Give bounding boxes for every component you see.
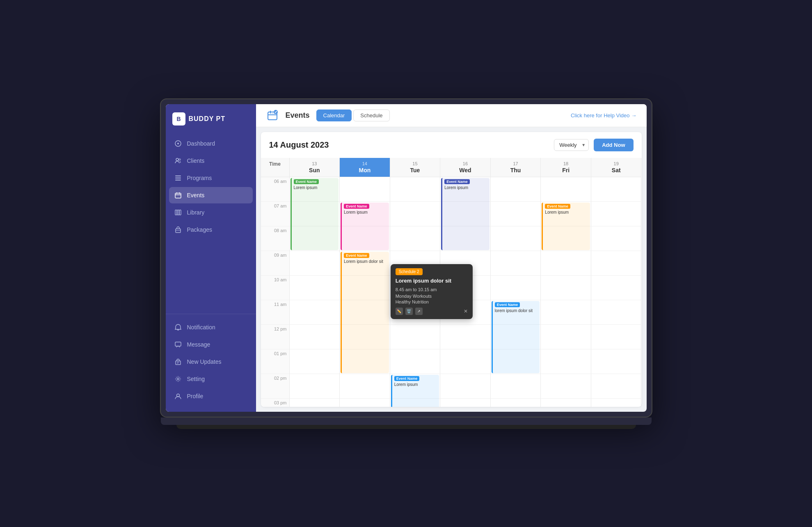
sidebar-item-new-updates[interactable]: New Updates bbox=[169, 354, 253, 370]
time-slot-11am: 11 am bbox=[261, 300, 290, 325]
svg-rect-5 bbox=[175, 178, 181, 178]
new-updates-icon bbox=[174, 358, 182, 366]
app-container: B BUDDY PT Dashboard bbox=[166, 104, 647, 412]
popup-close-icon[interactable]: ✕ bbox=[464, 308, 468, 314]
sidebar-item-notification[interactable]: Notification bbox=[169, 319, 253, 335]
calendar-container: 14 August 2023 Weekly Add Now bbox=[261, 132, 642, 407]
day-name: Fri bbox=[562, 167, 570, 173]
day-number: 13 bbox=[312, 161, 317, 166]
event-e5[interactable]: Event NameLorem ipsum bbox=[391, 375, 439, 407]
svg-rect-12 bbox=[175, 342, 181, 346]
popup-actions: ✏️ 🗑️ ↗ ✕ bbox=[396, 308, 468, 315]
event-e1[interactable]: Event NameLorem ipsum bbox=[290, 178, 339, 250]
event-popup: Schedule 2 Lorem ipsum dolor sit 8.45 am… bbox=[391, 264, 473, 319]
event-e7[interactable]: Event NameLorem ipsum bbox=[542, 203, 590, 250]
day-cell-1-0: Event NameLorem ipsum bbox=[290, 177, 340, 202]
day-cell-5-1 bbox=[491, 202, 541, 226]
day-cell-2-8 bbox=[340, 374, 390, 399]
view-select[interactable]: Weekly bbox=[554, 139, 589, 151]
day-number: 17 bbox=[513, 161, 518, 166]
day-number: 15 bbox=[412, 161, 417, 166]
day-cell-7-5 bbox=[591, 300, 642, 325]
sidebar-label-events: Events bbox=[187, 192, 205, 198]
day-cell-7-2 bbox=[591, 226, 642, 251]
day-cell-5-2 bbox=[491, 226, 541, 251]
day-header-tue: 15Tue bbox=[390, 158, 441, 177]
day-cell-7-3 bbox=[591, 251, 642, 276]
calendar-grid-wrapper[interactable]: Time 13Sun14Mon15Tue16Wed17Thu18Fri19Sat… bbox=[261, 158, 642, 407]
event-e3[interactable]: Event NameLorem ipsum dolor sit Schedule… bbox=[341, 252, 389, 373]
day-cell-7-4 bbox=[591, 276, 642, 300]
programs-icon bbox=[174, 174, 182, 182]
sidebar-item-packages[interactable]: Packages bbox=[169, 221, 253, 238]
edit-icon[interactable]: ✏️ bbox=[396, 308, 403, 315]
sidebar-item-library[interactable]: Library bbox=[169, 204, 253, 221]
day-cell-5-3 bbox=[491, 251, 541, 276]
sidebar-label-profile: Profile bbox=[187, 393, 204, 399]
tab-schedule[interactable]: Schedule bbox=[353, 110, 389, 121]
event-tag-e4: Event Name bbox=[444, 179, 470, 184]
day-cell-6-7 bbox=[541, 349, 591, 374]
svg-rect-6 bbox=[175, 180, 181, 180]
svg-rect-4 bbox=[175, 176, 181, 176]
view-select-wrapper: Weekly bbox=[554, 139, 589, 151]
sidebar-item-programs[interactable]: Programs bbox=[169, 170, 253, 186]
popup-info-2: Healthy Nutrition bbox=[396, 299, 468, 304]
sidebar-item-dashboard[interactable]: Dashboard bbox=[169, 135, 253, 152]
popup-time: 8.45 am to 10.15 am bbox=[396, 287, 468, 292]
share-icon[interactable]: ↗ bbox=[415, 308, 423, 315]
time-slot-03pm: 03 pm bbox=[261, 399, 290, 407]
day-name: Mon bbox=[359, 167, 371, 173]
event-e2[interactable]: Event NameLorem ipsum bbox=[341, 203, 389, 250]
day-cell-3-8: Event NameLorem ipsum bbox=[390, 374, 441, 399]
page-title: Events bbox=[286, 111, 310, 120]
event-text-e3: Lorem ipsum dolor sit bbox=[344, 259, 387, 264]
day-cell-4-0: Event NameLorem ipsum bbox=[440, 177, 491, 202]
day-cell-2-3: Event NameLorem ipsum dolor sit Schedule… bbox=[340, 251, 390, 276]
logo-letter: B bbox=[176, 116, 181, 122]
app-header: Events Calendar Schedule Click here for … bbox=[256, 104, 647, 127]
library-icon bbox=[174, 208, 182, 217]
add-now-button[interactable]: Add Now bbox=[594, 139, 633, 151]
delete-icon[interactable]: 🗑️ bbox=[405, 308, 413, 315]
day-cell-1-6 bbox=[290, 325, 340, 349]
help-link-text: Click here for Help Video bbox=[571, 112, 630, 119]
event-e4[interactable]: Event NameLorem ipsum bbox=[441, 178, 489, 250]
event-tag-e5: Event Name bbox=[394, 376, 420, 381]
laptop-base bbox=[176, 425, 636, 429]
sidebar-item-message[interactable]: Message bbox=[169, 336, 253, 353]
profile-icon bbox=[174, 392, 182, 400]
day-cell-5-8 bbox=[491, 374, 541, 399]
logo-text: BUDDY PT bbox=[189, 115, 226, 123]
sidebar-item-profile[interactable]: Profile bbox=[169, 388, 253, 404]
tab-calendar[interactable]: Calendar bbox=[316, 110, 352, 121]
event-tag-e2: Event Name bbox=[344, 204, 369, 209]
popup-event-name: Lorem ipsum dolor sit bbox=[396, 278, 468, 284]
sidebar-item-setting[interactable]: Setting bbox=[169, 371, 253, 387]
main-content: Events Calendar Schedule Click here for … bbox=[256, 104, 647, 412]
time-column-header: Time bbox=[261, 158, 290, 177]
event-e6[interactable]: Event Namelorem ipsum dolor sit bbox=[492, 301, 540, 373]
day-header-mon: 14Mon bbox=[340, 158, 390, 177]
sidebar-label-notification: Notification bbox=[187, 324, 215, 331]
logo-icon: B bbox=[172, 112, 185, 125]
day-cell-4-9 bbox=[440, 399, 491, 407]
screen-inner: B BUDDY PT Dashboard bbox=[166, 104, 647, 412]
sidebar-item-events[interactable]: Events bbox=[169, 187, 253, 203]
day-cell-7-0 bbox=[591, 177, 642, 202]
event-text-e1: Lorem ipsum bbox=[294, 185, 337, 190]
day-cell-6-9 bbox=[541, 399, 591, 407]
day-name: Sun bbox=[309, 167, 320, 173]
event-text-e4: Lorem ipsum bbox=[444, 185, 487, 190]
event-text-e7: Lorem ipsum bbox=[545, 210, 588, 215]
svg-point-14 bbox=[177, 378, 179, 380]
laptop-screen: B BUDDY PT Dashboard bbox=[160, 98, 652, 417]
day-cell-7-6 bbox=[591, 325, 642, 349]
popup-schedule-label: Schedule 2 bbox=[396, 268, 423, 275]
svg-rect-7 bbox=[175, 193, 181, 198]
time-slot-01pm: 01 pm bbox=[261, 349, 290, 374]
day-cell-6-4 bbox=[541, 276, 591, 300]
sidebar-item-clients[interactable]: Clients bbox=[169, 153, 253, 169]
help-link[interactable]: Click here for Help Video → bbox=[571, 112, 637, 119]
sidebar-label-library: Library bbox=[187, 209, 205, 216]
